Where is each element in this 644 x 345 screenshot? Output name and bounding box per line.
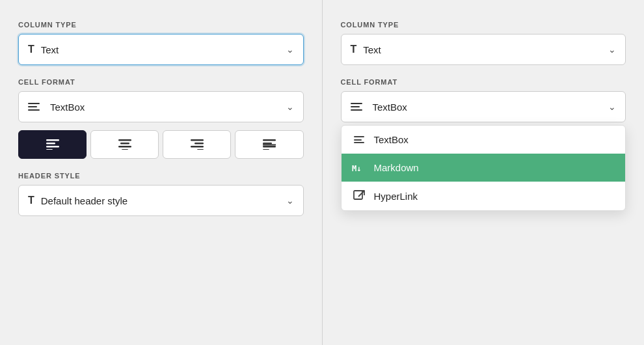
left-header-style-select[interactable]: T Default header style ⌄ — [18, 185, 304, 216]
svg-rect-16 — [263, 149, 269, 150]
svg-line-19 — [358, 191, 364, 197]
left-cell-format-chevron: ⌄ — [286, 102, 294, 112]
left-header-style-value: Default header style — [41, 195, 127, 206]
right-cell-format-chevron: ⌄ — [608, 102, 616, 112]
lines-icon-right — [351, 103, 362, 111]
left-column-type-label: COLUMN TYPE — [18, 21, 304, 29]
right-cell-format-left: TextBox — [351, 102, 407, 113]
svg-rect-6 — [118, 146, 131, 148]
right-column-type-select[interactable]: T Text ⌄ — [341, 34, 626, 65]
left-header-style-chevron: ⌄ — [286, 195, 294, 206]
svg-rect-15 — [263, 146, 276, 148]
textbox-option-icon — [352, 136, 366, 143]
left-column-type-section: COLUMN TYPE T Text ⌄ — [18, 21, 304, 65]
left-header-style-section: HEADER STYLE T Default header style ⌄ — [18, 172, 304, 216]
cell-format-dropdown-menu: TextBox M↓ Markdown — [341, 125, 626, 211]
align-left-button[interactable] — [18, 130, 87, 159]
svg-rect-0 — [46, 139, 59, 141]
align-center-button[interactable] — [90, 130, 159, 159]
dropdown-item-markdown-label: Markdown — [374, 162, 419, 173]
dropdown-item-textbox[interactable]: TextBox — [342, 126, 626, 154]
left-column-type-value: Text — [41, 44, 59, 55]
svg-rect-8 — [191, 139, 204, 141]
dropdown-item-markdown[interactable]: M↓ Markdown — [342, 154, 626, 182]
textbox-lines-icon-right — [351, 103, 362, 111]
svg-rect-12 — [263, 139, 276, 141]
left-panel: COLUMN TYPE T Text ⌄ CELL FORMAT TextBox… — [0, 0, 322, 345]
text-column-icon-left: T — [28, 44, 34, 55]
right-column-type-chevron: ⌄ — [608, 44, 616, 55]
right-cell-format-select[interactable]: TextBox ⌄ — [341, 91, 626, 122]
hyperlink-option-icon — [352, 190, 366, 202]
lines-icon-left — [28, 103, 40, 111]
svg-rect-11 — [197, 149, 204, 150]
cell-format-dropdown-container: TextBox ⌄ TextBox — [341, 91, 626, 122]
dropdown-item-hyperlink-label: HyperLink — [374, 191, 418, 202]
right-panel: COLUMN TYPE T Text ⌄ CELL FORMAT TextBox — [323, 0, 645, 345]
format-buttons-group — [18, 130, 304, 159]
dropdown-item-textbox-label: TextBox — [374, 134, 409, 145]
left-cell-format-label: CELL FORMAT — [18, 78, 304, 86]
right-column-type-left: T Text — [351, 44, 381, 55]
left-cell-format-value: TextBox — [50, 102, 85, 113]
svg-rect-9 — [195, 143, 204, 145]
left-header-style-label: HEADER STYLE — [18, 172, 304, 180]
svg-rect-5 — [120, 143, 129, 145]
dropdown-item-hyperlink[interactable]: HyperLink — [342, 182, 626, 210]
svg-rect-18 — [354, 191, 362, 199]
left-column-type-chevron: ⌄ — [286, 44, 294, 55]
align-center-icon — [118, 139, 131, 150]
left-cell-format-section: CELL FORMAT TextBox ⌄ — [18, 78, 304, 159]
right-column-type-value: Text — [363, 44, 381, 55]
svg-rect-13 — [263, 143, 272, 145]
textbox-lines-icon-left — [28, 103, 40, 111]
markdown-icon-svg: M↓ — [352, 163, 366, 172]
svg-rect-2 — [46, 146, 59, 148]
right-cell-format-label: CELL FORMAT — [341, 78, 626, 86]
markdown-option-icon: M↓ — [352, 163, 366, 172]
strikethrough-button[interactable] — [235, 130, 303, 159]
right-column-type-section: COLUMN TYPE T Text ⌄ — [341, 21, 626, 65]
svg-rect-10 — [191, 146, 204, 148]
right-column-type-label: COLUMN TYPE — [341, 21, 626, 29]
textbox-lines-sm — [354, 136, 364, 143]
left-column-type-select[interactable]: T Text ⌄ — [18, 34, 304, 65]
left-cell-format-select[interactable]: TextBox ⌄ — [18, 91, 304, 122]
header-style-icon-left: T — [28, 195, 34, 206]
right-cell-format-section: CELL FORMAT TextBox ⌄ — [341, 78, 626, 122]
strikethrough-icon — [263, 139, 276, 150]
svg-rect-7 — [122, 149, 128, 150]
right-cell-format-value: TextBox — [373, 102, 407, 113]
svg-rect-3 — [46, 149, 53, 150]
align-right-button[interactable] — [163, 130, 231, 159]
text-column-icon-right: T — [351, 44, 357, 55]
svg-text:M↓: M↓ — [352, 164, 361, 172]
left-column-type-left: T Text — [28, 44, 59, 55]
svg-rect-1 — [46, 143, 55, 145]
hyperlink-icon-svg — [353, 190, 365, 202]
svg-rect-4 — [118, 139, 131, 141]
align-left-icon — [46, 139, 59, 150]
left-cell-format-left: TextBox — [28, 102, 85, 113]
left-header-style-left: T Default header style — [28, 195, 127, 206]
align-right-icon — [191, 139, 204, 150]
